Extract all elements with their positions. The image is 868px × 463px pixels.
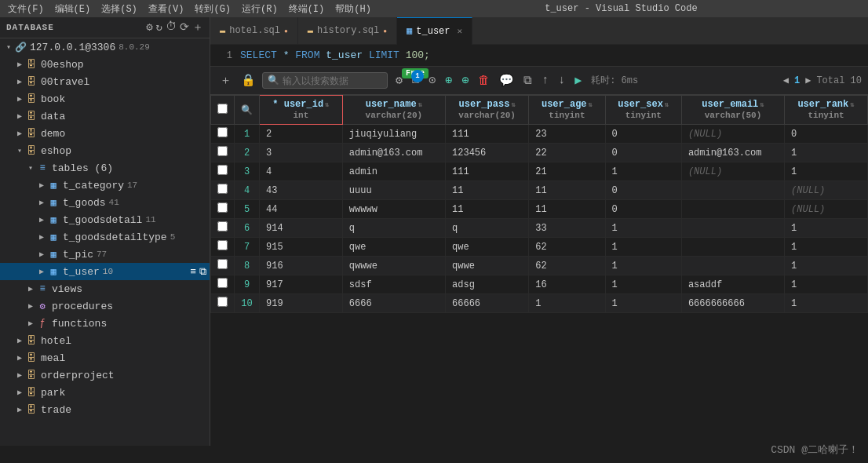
cell-user_sex[interactable]: 1 (605, 257, 681, 275)
cell-user_name[interactable]: 6666 (342, 294, 445, 313)
cell-user_age[interactable]: 62 (529, 257, 605, 275)
cell-user_pass[interactable]: qwe (446, 238, 529, 257)
cell-user_rank[interactable]: 1 (785, 219, 868, 238)
cell-user_email[interactable] (681, 257, 784, 275)
cell-user_age[interactable]: 33 (529, 219, 605, 238)
folder-procedures[interactable]: ▶ ⚙ procedures (0, 297, 210, 315)
menu-terminal[interactable]: 终端(I) (284, 2, 330, 16)
db-book[interactable]: ▶ 🗄 book (0, 90, 210, 108)
row-checkbox-cell[interactable] (211, 294, 235, 313)
table-t_goodsdetailtype[interactable]: ▶ ▦ t_goodsdetailtype 5 (0, 228, 210, 246)
tab-close-button[interactable]: ✕ (458, 26, 463, 36)
menu-file[interactable]: 文件(F) (3, 2, 49, 16)
row-checkbox-cell[interactable] (211, 125, 235, 144)
table-row[interactable]: 4 43 uuuu 11 11 0 (NULL) (211, 181, 868, 200)
cell-user_rank[interactable]: 1 (785, 257, 868, 275)
cell-user_name[interactable]: sdsf (342, 275, 445, 294)
table-t_pic[interactable]: ▶ ▦ t_pic 77 (0, 246, 210, 263)
cell-user_pass[interactable]: 123456 (446, 144, 529, 162)
cell-user_sex[interactable]: 1 (605, 238, 681, 257)
row-checkbox-cell[interactable] (211, 219, 235, 238)
db-meal[interactable]: ▶ 🗄 meal (0, 349, 210, 366)
row-checkbox-cell[interactable] (211, 275, 235, 294)
add2-button[interactable]: ⊕ (458, 71, 472, 89)
cell-user_age[interactable]: 11 (529, 181, 605, 200)
cell-user_rank[interactable]: 1 (785, 144, 868, 162)
cell-user_pass[interactable]: q (446, 219, 529, 238)
row-checkbox[interactable] (217, 278, 228, 288)
folder-views[interactable]: ▶ ≡ views (0, 280, 210, 297)
col-user_name[interactable]: user_name⇅ varchar(20) (342, 96, 445, 125)
cell-user_age[interactable]: 16 (529, 275, 605, 294)
add-button[interactable]: ⊕ (442, 71, 455, 89)
cell-user_age[interactable]: 11 (529, 200, 605, 219)
cell-user_name[interactable]: q (342, 219, 445, 238)
cell-user_email[interactable]: asaddf (681, 275, 784, 294)
col-user_age[interactable]: user_age⇅ tinyint (529, 96, 605, 125)
cell-user_sex[interactable]: 1 (605, 219, 681, 238)
play-button[interactable]: ▶ (571, 71, 585, 89)
db-00travel[interactable]: ▶ 🗄 00travel (0, 73, 210, 90)
table-row[interactable]: 7 915 qwe qwe 62 1 1 (211, 238, 868, 257)
col-user_rank[interactable]: user_rank⇅ tinyint (785, 96, 868, 125)
row-checkbox[interactable] (217, 127, 228, 137)
cell-user_age[interactable]: 1 (529, 294, 605, 313)
db-demo[interactable]: ▶ 🗄 demo (0, 125, 210, 142)
table-row[interactable]: 9 917 sdsf adsg 16 1 asaddf 1 (211, 275, 868, 294)
row-checkbox-cell[interactable] (211, 181, 235, 200)
cell-user_age[interactable]: 62 (529, 238, 605, 257)
table-row[interactable]: 3 4 admin 111 21 1 (NULL) 1 (211, 162, 868, 181)
cell-user_sex[interactable]: 1 (605, 275, 681, 294)
table-row[interactable]: 6 914 q q 33 1 1 (211, 219, 868, 238)
cell-user_sex[interactable]: 0 (605, 181, 681, 200)
cell-user_id[interactable]: 919 (260, 294, 343, 313)
cell-user_id[interactable]: 917 (260, 275, 343, 294)
cell-user_name[interactable]: admin@163.com (342, 144, 445, 162)
row-checkbox[interactable] (217, 184, 228, 194)
add-row-button[interactable]: ＋ (217, 71, 235, 89)
select-all-checkbox[interactable] (217, 104, 228, 114)
row-checkbox[interactable] (217, 165, 228, 175)
tab-hotel-sql[interactable]: ▬ hotel.sql ● (210, 17, 298, 45)
cell-user_id[interactable]: 4 (260, 162, 343, 181)
cell-user_name[interactable]: uuuu (342, 181, 445, 200)
table-t_user[interactable]: ▶ ▦ t_user 10 ≡ ⧉ (0, 263, 210, 280)
db-00eshop[interactable]: ▶ 🗄 00eshop (0, 56, 210, 73)
db-eshop[interactable]: ▾ 🗄 eshop (0, 142, 210, 159)
cell-user_name[interactable]: qwe (342, 238, 445, 257)
next-page-button[interactable]: ▶ (803, 74, 813, 87)
tab-history-sql[interactable]: ▬ history.sql ● (298, 17, 397, 45)
cell-user_pass[interactable]: 11 (446, 181, 529, 200)
row-checkbox[interactable] (217, 259, 228, 269)
table-t_goodsdetail[interactable]: ▶ ▦ t_goodsdetail 11 (0, 211, 210, 228)
cell-user_sex[interactable]: 0 (605, 125, 681, 144)
row-checkbox-cell[interactable] (211, 200, 235, 219)
cell-user_sex[interactable]: 1 (605, 294, 681, 313)
cell-user_name[interactable]: jiuqiyuliang (342, 125, 445, 144)
sql-content[interactable]: SELECT * FROM t_user LIMIT 100; (240, 49, 430, 61)
settings-icon[interactable]: ⚙ (146, 20, 152, 35)
cell-user_age[interactable]: 23 (529, 125, 605, 144)
cell-user_pass[interactable]: 111 (446, 162, 529, 181)
cell-user_id[interactable]: 43 (260, 181, 343, 200)
prev-page-button[interactable]: ◀ (781, 74, 791, 87)
col-user_sex[interactable]: user_sex⇅ tinyint (605, 96, 681, 125)
copy-icon[interactable]: ⧉ (199, 266, 206, 278)
cell-user_id[interactable]: 914 (260, 219, 343, 238)
cell-user_rank[interactable]: 1 (785, 238, 868, 257)
cell-user_pass[interactable]: adsg (446, 275, 529, 294)
cell-user_email[interactable] (681, 181, 784, 200)
cell-user_rank[interactable]: (NULL) (785, 200, 868, 219)
row-checkbox-cell[interactable] (211, 162, 235, 181)
db-orderproject[interactable]: ▶ 🗄 orderproject (0, 366, 210, 384)
row-checkbox[interactable] (217, 240, 228, 250)
search-header-icon[interactable]: 🔍 (241, 105, 253, 116)
connection-item[interactable]: ▾ 🔗 127.0.0.1@3306 8.0.29 (0, 38, 210, 56)
row-checkbox-cell[interactable] (211, 238, 235, 257)
table-row[interactable]: 2 3 admin@163.com 123456 22 0 admin@163.… (211, 144, 868, 162)
cell-user_rank[interactable]: 0 (785, 125, 868, 144)
cell-user_name[interactable]: wwwww (342, 200, 445, 219)
cell-user_sex[interactable]: 0 (605, 144, 681, 162)
cell-user_rank[interactable]: (NULL) (785, 181, 868, 200)
cell-user_email[interactable]: admin@163.com (681, 144, 784, 162)
